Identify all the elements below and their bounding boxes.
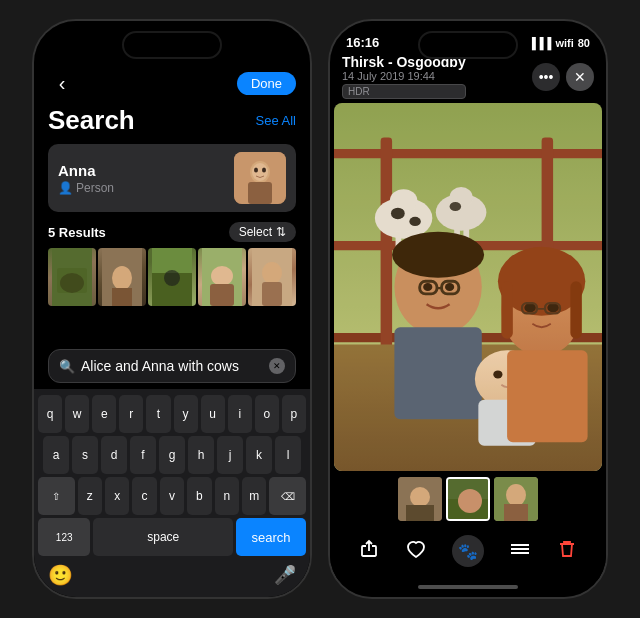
- key-x[interactable]: x: [105, 477, 129, 515]
- thumb-mini-3[interactable]: [494, 477, 538, 521]
- thumb-mini-2-active[interactable]: [446, 477, 490, 521]
- thumbnail-4[interactable]: [198, 248, 246, 306]
- search-clear-button[interactable]: ✕: [269, 358, 285, 374]
- svg-point-10: [112, 266, 132, 290]
- thumbnail-5[interactable]: [248, 248, 296, 306]
- key-m[interactable]: m: [242, 477, 266, 515]
- search-icon: 🔍: [59, 359, 75, 374]
- thumbnail-1[interactable]: [48, 248, 96, 306]
- key-z[interactable]: z: [78, 477, 102, 515]
- svg-point-69: [506, 484, 526, 506]
- right-header: Thirsk - Osgoodby 14 July 2019 19:44 HDR…: [330, 54, 606, 103]
- svg-point-3: [252, 163, 268, 181]
- space-key[interactable]: space: [93, 518, 233, 556]
- favorite-button[interactable]: [405, 538, 427, 565]
- key-a[interactable]: a: [43, 436, 69, 474]
- photo-date: 14 July 2019 19:44: [342, 70, 466, 82]
- hdr-badge: HDR: [342, 84, 466, 99]
- svg-point-4: [254, 168, 258, 173]
- status-icons: ▐▐▐ wifi 80: [528, 37, 590, 49]
- svg-rect-11: [112, 288, 132, 306]
- key-v[interactable]: v: [160, 477, 184, 515]
- right-phone: 16:16 ▐▐▐ wifi 80 Thirsk - Osgoodby 14 J…: [328, 19, 608, 599]
- header-buttons: ••• ✕: [532, 63, 594, 91]
- key-k[interactable]: k: [246, 436, 272, 474]
- key-o[interactable]: o: [255, 395, 279, 433]
- left-header: ‹ Done: [34, 69, 310, 103]
- key-l[interactable]: l: [275, 436, 301, 474]
- key-j[interactable]: j: [217, 436, 243, 474]
- anna-name: Anna: [58, 162, 114, 179]
- signal-icon: ▐▐▐: [528, 37, 551, 49]
- key-p[interactable]: p: [282, 395, 306, 433]
- svg-point-67: [458, 489, 482, 513]
- shift-key[interactable]: ⇧: [38, 477, 75, 515]
- results-row: 5 Results Select ⇅: [34, 222, 310, 248]
- home-indicator: [418, 585, 518, 589]
- emoji-button[interactable]: 🙂: [48, 563, 73, 587]
- anna-avatar: [234, 152, 286, 204]
- key-g[interactable]: g: [159, 436, 185, 474]
- keyboard-row-4: 123 space search: [38, 518, 306, 556]
- key-y[interactable]: y: [174, 395, 198, 433]
- keyboard: q w e r t y u i o p a s d f g h j k: [34, 389, 310, 597]
- key-b[interactable]: b: [187, 477, 211, 515]
- left-phone: ‹ Done Search See All Anna 👤 Person: [32, 19, 312, 599]
- key-f[interactable]: f: [130, 436, 156, 474]
- thumbnail-3[interactable]: [148, 248, 196, 306]
- search-input[interactable]: Alice and Anna with cows: [81, 358, 263, 374]
- status-time: 16:16: [346, 35, 379, 50]
- share-button[interactable]: [358, 538, 380, 565]
- key-e[interactable]: e: [92, 395, 116, 433]
- anna-card[interactable]: Anna 👤 Person: [48, 144, 296, 212]
- key-s[interactable]: s: [72, 436, 98, 474]
- svg-point-63: [410, 487, 430, 507]
- key-h[interactable]: h: [188, 436, 214, 474]
- delete-key[interactable]: ⌫: [269, 477, 306, 515]
- key-t[interactable]: t: [146, 395, 170, 433]
- svg-rect-61: [507, 350, 587, 442]
- search-title: Search: [48, 105, 135, 136]
- thumbnail-row: [330, 471, 606, 527]
- svg-rect-70: [504, 504, 528, 521]
- numbers-key[interactable]: 123: [38, 518, 90, 556]
- keyboard-row-2: a s d f g h j k l: [38, 436, 306, 474]
- svg-rect-20: [262, 282, 282, 306]
- back-button[interactable]: ‹: [48, 69, 76, 97]
- key-d[interactable]: d: [101, 436, 127, 474]
- search-bar[interactable]: 🔍 Alice and Anna with cows ✕: [48, 349, 296, 383]
- more-button[interactable]: •••: [532, 63, 560, 91]
- left-screen: ‹ Done Search See All Anna 👤 Person: [34, 21, 310, 597]
- delete-button[interactable]: [556, 538, 578, 565]
- close-button[interactable]: ✕: [566, 63, 594, 91]
- battery-icon: 80: [578, 37, 590, 49]
- svg-point-19: [262, 262, 282, 284]
- photo-title-section: Thirsk - Osgoodby 14 July 2019 19:44 HDR: [342, 54, 466, 99]
- done-button[interactable]: Done: [237, 72, 296, 95]
- svg-rect-8: [57, 268, 87, 293]
- right-screen: 16:16 ▐▐▐ wifi 80 Thirsk - Osgoodby 14 J…: [330, 21, 606, 597]
- select-button[interactable]: Select ⇅: [229, 222, 296, 242]
- smartalbum-button[interactable]: 🐾: [452, 535, 484, 567]
- mic-button[interactable]: 🎤: [274, 564, 296, 586]
- wifi-icon: wifi: [555, 37, 573, 49]
- bottom-toolbar: 🐾: [330, 527, 606, 581]
- key-r[interactable]: r: [119, 395, 143, 433]
- key-w[interactable]: w: [65, 395, 89, 433]
- keyboard-row-1: q w e r t y u i o p: [38, 395, 306, 433]
- search-title-row: Search See All: [34, 103, 310, 144]
- search-key[interactable]: search: [236, 518, 306, 556]
- menu-button[interactable]: [509, 538, 531, 565]
- dynamic-island-right: [418, 31, 518, 59]
- thumb-mini-1[interactable]: [398, 477, 442, 521]
- see-all-button[interactable]: See All: [256, 113, 296, 128]
- thumbnail-2[interactable]: [98, 248, 146, 306]
- key-u[interactable]: u: [201, 395, 225, 433]
- key-i[interactable]: i: [228, 395, 252, 433]
- key-c[interactable]: c: [132, 477, 156, 515]
- key-n[interactable]: n: [215, 477, 239, 515]
- key-q[interactable]: q: [38, 395, 62, 433]
- sort-icon: ⇅: [276, 225, 286, 239]
- results-count: 5 Results: [48, 225, 106, 240]
- keyboard-row-3: ⇧ z x c v b n m ⌫: [38, 477, 306, 515]
